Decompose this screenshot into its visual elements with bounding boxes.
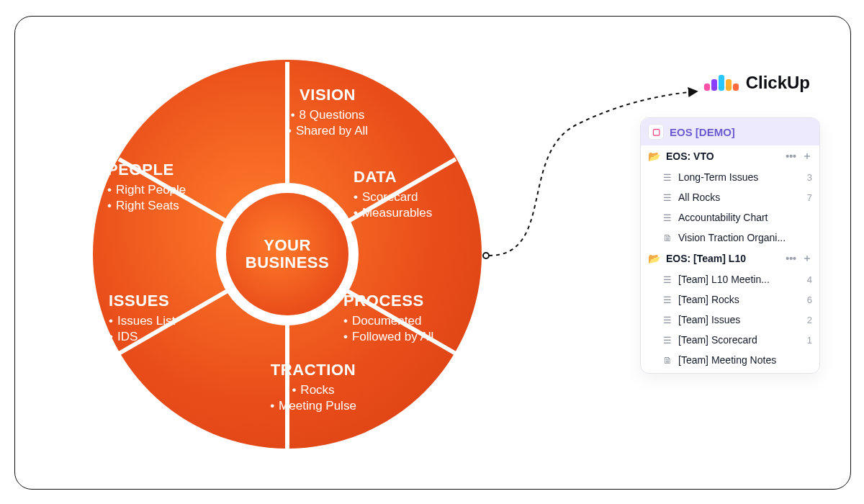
wheel-seg-line: Measurables: [354, 205, 498, 221]
folder-vto[interactable]: 📂 EOS: VTO ••• ＋: [641, 145, 819, 167]
wheel-seg-line: IDS: [109, 329, 253, 345]
wheel-seg-line: Followed by All: [343, 329, 487, 345]
wheel-seg-line: Right Seats: [107, 198, 251, 214]
wheel-seg-line: Documented: [343, 313, 487, 329]
space-root-label: EOS [DEMO]: [670, 126, 735, 138]
doc-icon: 🗎: [662, 233, 672, 243]
add-icon[interactable]: ＋: [802, 150, 812, 163]
wheel-seg-line: Scorecard: [354, 189, 498, 205]
svg-point-0: [483, 253, 489, 258]
wheel-seg-title: TRACTION: [241, 361, 385, 379]
list-item[interactable]: 🗎[Team] Meeting Notes: [641, 350, 819, 373]
monitor-icon: ▢: [648, 124, 664, 140]
space-panel: ▢ EOS [DEMO] 📂 EOS: VTO ••• ＋ ☰Long-Term…: [640, 117, 820, 374]
list-item[interactable]: ☰[Team] Rocks6: [641, 289, 819, 310]
card: YOUR BUSINESS VISION 8 Questions Shared …: [14, 16, 851, 490]
list-item[interactable]: ☰[Team] L10 Meetin...4: [641, 269, 819, 289]
folder-open-icon: 📂: [648, 150, 660, 162]
more-icon[interactable]: •••: [786, 150, 796, 162]
stage: YOUR BUSINESS VISION 8 Questions Shared …: [0, 0, 864, 504]
folder-label: EOS: VTO: [666, 150, 714, 162]
wheel-seg-line: Meeting Pulse: [241, 398, 385, 414]
wheel-seg-title: PROCESS: [343, 292, 487, 310]
list-item[interactable]: 🗎Vision Traction Organi...: [641, 228, 819, 248]
wheel-center-line2: BUSINESS: [246, 254, 329, 271]
list-icon: ☰: [662, 192, 672, 203]
wheel-seg-line: Shared by All: [256, 123, 400, 139]
wheel-seg-title: PEOPLE: [107, 161, 251, 179]
list-item[interactable]: ☰All Rocks7: [641, 187, 819, 207]
list-item[interactable]: ☰Accountability Chart: [641, 207, 819, 228]
wheel-seg-title: ISSUES: [109, 292, 253, 310]
wheel-seg-process: PROCESS Documented Followed by All: [343, 292, 487, 345]
wheel-seg-line: Rocks: [241, 382, 385, 398]
eos-wheel: YOUR BUSINESS VISION 8 Questions Shared …: [93, 60, 482, 449]
clickup-mark-icon: [704, 75, 739, 91]
list-item[interactable]: ☰Long-Term Issues3: [641, 167, 819, 187]
list-icon: ☰: [662, 274, 672, 285]
list-icon: ☰: [662, 212, 672, 223]
wheel-seg-people: PEOPLE Right People Right Seats: [107, 161, 251, 214]
clickup-wordmark: ClickUp: [746, 73, 810, 93]
list-item[interactable]: ☰[Team] Scorecard1: [641, 330, 819, 350]
wheel-seg-vision: VISION 8 Questions Shared by All: [256, 86, 400, 139]
list-icon: ☰: [662, 315, 672, 325]
add-icon[interactable]: ＋: [802, 252, 812, 265]
list-icon: ☰: [662, 294, 672, 305]
list-icon: ☰: [662, 335, 672, 346]
wheel-seg-traction: TRACTION Rocks Meeting Pulse: [241, 361, 385, 414]
wheel-seg-title: DATA: [354, 168, 498, 186]
folder-team-l10[interactable]: 📂 EOS: [Team] L10 ••• ＋: [641, 248, 819, 269]
wheel-seg-line: 8 Questions: [256, 107, 400, 123]
wheel-seg-issues: ISSUES Issues List IDS: [109, 292, 253, 345]
doc-icon: 🗎: [662, 355, 672, 366]
clickup-logo: ClickUp: [704, 73, 810, 93]
folder-label: EOS: [Team] L10: [666, 253, 746, 264]
wheel-seg-line: Right People: [107, 182, 251, 198]
more-icon[interactable]: •••: [786, 253, 796, 264]
list-item[interactable]: ☰[Team] Issues2: [641, 310, 819, 330]
list-icon: ☰: [662, 172, 672, 183]
wheel-seg-data: DATA Scorecard Measurables: [354, 168, 498, 221]
space-root[interactable]: ▢ EOS [DEMO]: [641, 118, 819, 145]
wheel-seg-title: VISION: [256, 86, 400, 104]
wheel-center-line1: YOUR: [264, 237, 311, 254]
folder-open-icon: 📂: [648, 253, 660, 264]
wheel-seg-line: Issues List: [109, 313, 253, 329]
